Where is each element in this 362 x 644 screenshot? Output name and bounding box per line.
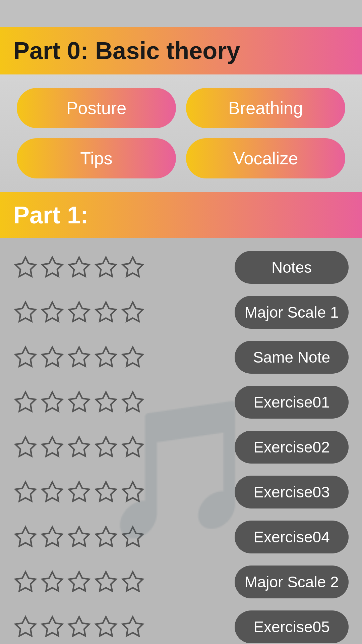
star-2 (40, 525, 64, 549)
part0-header: Part 0: Basic theory (0, 27, 362, 74)
star-4 (94, 525, 118, 549)
svg-marker-40 (15, 617, 36, 636)
svg-marker-42 (69, 617, 89, 636)
posture-button[interactable]: Posture (17, 88, 176, 128)
major-scale-2-button[interactable]: Major Scale 2 (235, 566, 349, 598)
svg-marker-39 (123, 572, 143, 591)
star-1 (13, 480, 38, 504)
svg-marker-27 (69, 482, 89, 501)
vocalize-button[interactable]: Vocalize (186, 138, 345, 178)
svg-marker-3 (96, 257, 116, 276)
notes-button[interactable]: Notes (235, 251, 349, 284)
star-1 (13, 525, 38, 549)
star-5 (121, 615, 145, 639)
star-3 (67, 480, 91, 504)
svg-marker-25 (15, 482, 36, 501)
breathing-button[interactable]: Breathing (186, 88, 345, 128)
star-3 (67, 435, 91, 459)
stars-same-note (13, 345, 145, 369)
part1-title: Part 1: (13, 201, 349, 229)
stars-notes (13, 255, 145, 279)
svg-marker-15 (15, 392, 36, 411)
svg-marker-19 (123, 392, 143, 411)
part0-buttons-section: Posture Breathing Tips Vocalize (0, 74, 362, 192)
status-bar (0, 0, 362, 27)
exercise03-button[interactable]: Exercise03 (235, 476, 349, 508)
same-note-button[interactable]: Same Note (235, 341, 349, 374)
svg-marker-14 (123, 347, 143, 366)
star-3 (67, 300, 91, 324)
star-3 (67, 525, 91, 549)
stars-exercise03 (13, 480, 145, 504)
star-4 (94, 570, 118, 594)
star-4 (94, 480, 118, 504)
list-item: Major Scale 1 (0, 290, 362, 335)
star-5 (121, 435, 145, 459)
exercise05-button[interactable]: Exercise05 (235, 610, 349, 643)
svg-marker-35 (15, 572, 36, 591)
exercise02-button[interactable]: Exercise02 (235, 431, 349, 464)
star-2 (40, 390, 64, 414)
svg-marker-21 (42, 437, 62, 456)
list-item: Same Note (0, 335, 362, 380)
svg-marker-34 (123, 527, 143, 546)
star-2 (40, 480, 64, 504)
svg-marker-44 (123, 617, 143, 636)
svg-marker-5 (15, 302, 36, 321)
star-4 (94, 255, 118, 279)
svg-marker-7 (69, 302, 89, 321)
star-3 (67, 390, 91, 414)
svg-marker-43 (96, 617, 116, 636)
svg-marker-32 (69, 527, 89, 546)
star-5 (121, 345, 145, 369)
svg-marker-26 (42, 482, 62, 501)
major-scale-1-button[interactable]: Major Scale 1 (235, 296, 349, 329)
list-item: Major Scale 2 (0, 559, 362, 604)
svg-marker-11 (42, 347, 62, 366)
part0-title: Part 0: Basic theory (13, 37, 349, 64)
list-item: Exercise04 (0, 515, 362, 559)
svg-marker-4 (123, 257, 143, 276)
svg-marker-28 (96, 482, 116, 501)
star-2 (40, 615, 64, 639)
svg-marker-22 (69, 437, 89, 456)
star-4 (94, 345, 118, 369)
exercise04-button[interactable]: Exercise04 (235, 521, 349, 553)
star-5 (121, 480, 145, 504)
star-1 (13, 615, 38, 639)
svg-marker-29 (123, 482, 143, 501)
stars-major-scale-1 (13, 300, 145, 324)
svg-marker-33 (96, 527, 116, 546)
star-2 (40, 435, 64, 459)
svg-marker-20 (15, 437, 36, 456)
star-4 (94, 390, 118, 414)
star-2 (40, 345, 64, 369)
stars-exercise02 (13, 435, 145, 459)
list-item: Exercise02 (0, 425, 362, 470)
stars-exercise01 (13, 390, 145, 414)
star-5 (121, 255, 145, 279)
svg-marker-0 (15, 257, 36, 276)
list-item: Exercise05 (0, 604, 362, 644)
star-1 (13, 345, 38, 369)
svg-marker-36 (42, 572, 62, 591)
star-1 (13, 300, 38, 324)
part1-header: Part 1: (0, 192, 362, 238)
tips-button[interactable]: Tips (17, 138, 176, 178)
svg-marker-9 (123, 302, 143, 321)
star-3 (67, 570, 91, 594)
star-2 (40, 570, 64, 594)
star-5 (121, 570, 145, 594)
svg-marker-23 (96, 437, 116, 456)
star-4 (94, 615, 118, 639)
star-4 (94, 300, 118, 324)
svg-marker-17 (69, 392, 89, 411)
svg-marker-2 (69, 257, 89, 276)
svg-marker-37 (69, 572, 89, 591)
exercise01-button[interactable]: Exercise01 (235, 386, 349, 419)
star-1 (13, 390, 38, 414)
svg-marker-24 (123, 437, 143, 456)
star-5 (121, 525, 145, 549)
svg-marker-10 (15, 347, 36, 366)
exercise-list: Notes Major Scale 1 Same Note (0, 238, 362, 644)
